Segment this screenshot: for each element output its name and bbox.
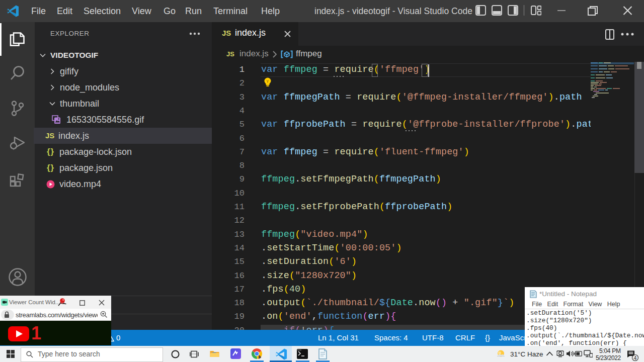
svg-text:4: 4 — [634, 355, 637, 361]
